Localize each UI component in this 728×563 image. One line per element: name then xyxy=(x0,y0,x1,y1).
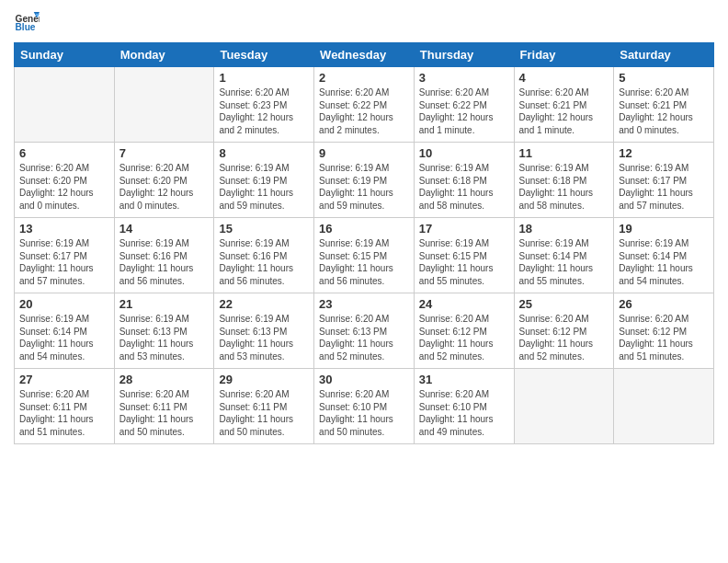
weekday-wednesday: Wednesday xyxy=(314,43,415,67)
day-cell: 6Sunrise: 6:20 AM Sunset: 6:20 PM Daylig… xyxy=(15,143,115,218)
day-cell: 2Sunrise: 6:20 AM Sunset: 6:22 PM Daylig… xyxy=(314,67,415,143)
logo-icon: General Blue xyxy=(14,9,40,35)
day-cell xyxy=(15,67,115,143)
weekday-friday: Friday xyxy=(514,43,614,67)
day-cell: 14Sunrise: 6:19 AM Sunset: 6:16 PM Dayli… xyxy=(114,218,214,293)
day-number: 16 xyxy=(319,222,409,236)
day-info: Sunrise: 6:19 AM Sunset: 6:13 PM Dayligh… xyxy=(119,313,210,362)
day-info: Sunrise: 6:20 AM Sunset: 6:21 PM Dayligh… xyxy=(519,86,609,136)
day-info: Sunrise: 6:19 AM Sunset: 6:16 PM Dayligh… xyxy=(119,237,210,287)
calendar-body: 1Sunrise: 6:20 AM Sunset: 6:23 PM Daylig… xyxy=(15,67,714,444)
day-number: 12 xyxy=(619,146,709,160)
day-info: Sunrise: 6:19 AM Sunset: 6:16 PM Dayligh… xyxy=(219,237,309,287)
day-cell: 17Sunrise: 6:19 AM Sunset: 6:15 PM Dayli… xyxy=(414,218,514,293)
day-number: 17 xyxy=(419,222,509,236)
day-number: 14 xyxy=(119,222,210,236)
day-number: 25 xyxy=(519,297,609,311)
day-cell xyxy=(114,67,214,143)
day-info: Sunrise: 6:20 AM Sunset: 6:11 PM Dayligh… xyxy=(119,388,210,438)
day-number: 8 xyxy=(219,146,309,160)
day-cell: 7Sunrise: 6:20 AM Sunset: 6:20 PM Daylig… xyxy=(114,143,214,218)
day-info: Sunrise: 6:20 AM Sunset: 6:13 PM Dayligh… xyxy=(319,313,409,362)
day-cell: 28Sunrise: 6:20 AM Sunset: 6:11 PM Dayli… xyxy=(114,369,214,444)
day-cell xyxy=(614,369,714,444)
day-info: Sunrise: 6:20 AM Sunset: 6:21 PM Dayligh… xyxy=(619,86,709,136)
day-number: 11 xyxy=(519,146,609,160)
day-info: Sunrise: 6:19 AM Sunset: 6:14 PM Dayligh… xyxy=(519,237,609,287)
day-cell: 18Sunrise: 6:19 AM Sunset: 6:14 PM Dayli… xyxy=(514,218,614,293)
day-number: 13 xyxy=(19,222,109,236)
day-cell xyxy=(514,369,614,444)
svg-text:Blue: Blue xyxy=(16,22,36,32)
day-cell: 16Sunrise: 6:19 AM Sunset: 6:15 PM Dayli… xyxy=(314,218,415,293)
day-cell: 20Sunrise: 6:19 AM Sunset: 6:14 PM Dayli… xyxy=(15,293,115,369)
day-cell: 25Sunrise: 6:20 AM Sunset: 6:12 PM Dayli… xyxy=(514,293,614,369)
day-info: Sunrise: 6:20 AM Sunset: 6:12 PM Dayligh… xyxy=(619,313,709,362)
day-number: 6 xyxy=(19,146,109,160)
week-row-2: 6Sunrise: 6:20 AM Sunset: 6:20 PM Daylig… xyxy=(15,143,714,218)
day-cell: 23Sunrise: 6:20 AM Sunset: 6:13 PM Dayli… xyxy=(314,293,415,369)
day-cell: 4Sunrise: 6:20 AM Sunset: 6:21 PM Daylig… xyxy=(514,67,614,143)
day-cell: 26Sunrise: 6:20 AM Sunset: 6:12 PM Dayli… xyxy=(614,293,714,369)
day-number: 24 xyxy=(419,297,509,311)
day-info: Sunrise: 6:19 AM Sunset: 6:15 PM Dayligh… xyxy=(419,237,509,287)
weekday-tuesday: Tuesday xyxy=(214,43,314,67)
day-info: Sunrise: 6:20 AM Sunset: 6:10 PM Dayligh… xyxy=(319,388,409,438)
day-number: 31 xyxy=(419,373,509,386)
logo: General Blue xyxy=(14,9,43,35)
day-cell: 15Sunrise: 6:19 AM Sunset: 6:16 PM Dayli… xyxy=(214,218,314,293)
day-number: 7 xyxy=(119,146,210,160)
day-cell: 10Sunrise: 6:19 AM Sunset: 6:18 PM Dayli… xyxy=(414,143,514,218)
day-info: Sunrise: 6:20 AM Sunset: 6:12 PM Dayligh… xyxy=(419,313,509,362)
day-cell: 1Sunrise: 6:20 AM Sunset: 6:23 PM Daylig… xyxy=(214,67,314,143)
day-info: Sunrise: 6:19 AM Sunset: 6:19 PM Dayligh… xyxy=(319,162,409,212)
day-number: 10 xyxy=(419,146,509,160)
day-cell: 3Sunrise: 6:20 AM Sunset: 6:22 PM Daylig… xyxy=(414,67,514,143)
day-number: 1 xyxy=(219,71,309,85)
day-cell: 12Sunrise: 6:19 AM Sunset: 6:17 PM Dayli… xyxy=(614,143,714,218)
day-cell: 22Sunrise: 6:19 AM Sunset: 6:13 PM Dayli… xyxy=(214,293,314,369)
day-number: 5 xyxy=(619,71,709,85)
day-cell: 21Sunrise: 6:19 AM Sunset: 6:13 PM Dayli… xyxy=(114,293,214,369)
day-info: Sunrise: 6:19 AM Sunset: 6:13 PM Dayligh… xyxy=(219,313,309,362)
day-number: 26 xyxy=(619,297,709,311)
day-number: 18 xyxy=(519,222,609,236)
day-info: Sunrise: 6:19 AM Sunset: 6:17 PM Dayligh… xyxy=(619,162,709,212)
weekday-thursday: Thursday xyxy=(414,43,514,67)
day-cell: 27Sunrise: 6:20 AM Sunset: 6:11 PM Dayli… xyxy=(15,369,115,444)
day-cell: 19Sunrise: 6:19 AM Sunset: 6:14 PM Dayli… xyxy=(614,218,714,293)
day-cell: 24Sunrise: 6:20 AM Sunset: 6:12 PM Dayli… xyxy=(414,293,514,369)
page-header: General Blue xyxy=(14,9,714,35)
day-number: 22 xyxy=(219,297,309,311)
day-number: 20 xyxy=(19,297,109,311)
day-info: Sunrise: 6:20 AM Sunset: 6:22 PM Dayligh… xyxy=(419,86,509,136)
day-info: Sunrise: 6:19 AM Sunset: 6:14 PM Dayligh… xyxy=(19,313,109,362)
day-number: 2 xyxy=(319,71,409,85)
day-cell: 29Sunrise: 6:20 AM Sunset: 6:11 PM Dayli… xyxy=(214,369,314,444)
weekday-sunday: Sunday xyxy=(15,43,115,67)
day-cell: 30Sunrise: 6:20 AM Sunset: 6:10 PM Dayli… xyxy=(314,369,415,444)
day-number: 19 xyxy=(619,222,709,236)
day-cell: 31Sunrise: 6:20 AM Sunset: 6:10 PM Dayli… xyxy=(414,369,514,444)
day-info: Sunrise: 6:19 AM Sunset: 6:19 PM Dayligh… xyxy=(219,162,309,212)
weekday-saturday: Saturday xyxy=(614,43,714,67)
day-number: 30 xyxy=(319,373,409,386)
day-cell: 11Sunrise: 6:19 AM Sunset: 6:18 PM Dayli… xyxy=(514,143,614,218)
day-number: 29 xyxy=(219,373,309,386)
week-row-5: 27Sunrise: 6:20 AM Sunset: 6:11 PM Dayli… xyxy=(15,369,714,444)
day-number: 4 xyxy=(519,71,609,85)
day-info: Sunrise: 6:19 AM Sunset: 6:18 PM Dayligh… xyxy=(419,162,509,212)
weekday-header-row: SundayMondayTuesdayWednesdayThursdayFrid… xyxy=(15,43,714,67)
day-info: Sunrise: 6:20 AM Sunset: 6:11 PM Dayligh… xyxy=(19,388,109,438)
day-info: Sunrise: 6:19 AM Sunset: 6:15 PM Dayligh… xyxy=(319,237,409,287)
day-cell: 5Sunrise: 6:20 AM Sunset: 6:21 PM Daylig… xyxy=(614,67,714,143)
day-cell: 9Sunrise: 6:19 AM Sunset: 6:19 PM Daylig… xyxy=(314,143,415,218)
calendar-table: SundayMondayTuesdayWednesdayThursdayFrid… xyxy=(14,42,714,444)
day-cell: 13Sunrise: 6:19 AM Sunset: 6:17 PM Dayli… xyxy=(15,218,115,293)
day-info: Sunrise: 6:20 AM Sunset: 6:20 PM Dayligh… xyxy=(119,162,210,212)
day-info: Sunrise: 6:20 AM Sunset: 6:22 PM Dayligh… xyxy=(319,86,409,136)
day-number: 27 xyxy=(19,373,109,386)
day-info: Sunrise: 6:20 AM Sunset: 6:12 PM Dayligh… xyxy=(519,313,609,362)
day-number: 28 xyxy=(119,373,210,386)
day-number: 3 xyxy=(419,71,509,85)
